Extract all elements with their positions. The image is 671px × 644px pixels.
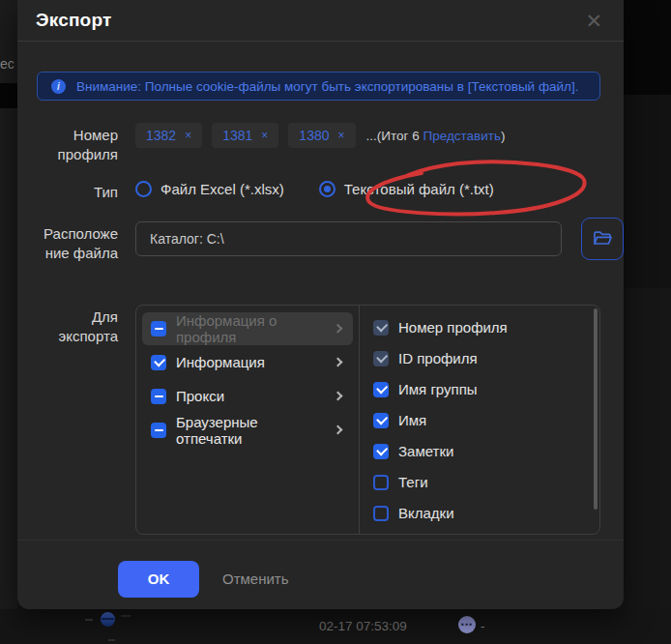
profile-tag-value: 1381 [222,128,252,143]
category-browser-fingerprints[interactable]: Браузерные отпечатки [142,414,353,447]
row-timestamp: 02-17 07:53:09 [319,619,407,633]
profile-tag-value: 1380 [299,128,329,143]
field-notes[interactable]: Заметки [360,436,599,467]
category-label: Информация [176,354,265,370]
export-fields-column: Номер профиля ID профиля Имя группы [359,306,599,534]
category-profile-info[interactable]: Информация о профиля [142,312,353,345]
chevron-right-icon [334,324,343,334]
export-fields-row: Для экспорта Информация о профиля Информ… [37,305,600,535]
dialog-header: Экспорт ✕ [17,0,624,42]
file-type-row: Тип Файл Excel (*.xlsx) Текстовый файл (… [37,180,600,202]
background-partial-text: ec [0,56,15,72]
show-all-link[interactable]: Представить [423,129,501,143]
field-label: Имя группы [398,381,478,397]
field-profile-id[interactable]: ID профиля [360,343,599,374]
summary-suffix: ) [501,129,506,143]
field-label: ID профиля [398,350,478,366]
chevron-right-icon [334,392,343,401]
dialog-footer: OK Отменить [17,540,624,598]
warning-banner: i Внимание: Полные cookie-файлы могут бы… [37,72,600,101]
indeterminate-checkbox-icon[interactable] [151,389,166,404]
unchecked-checkbox-icon[interactable] [373,475,389,490]
checked-checkbox-icon[interactable] [151,355,166,370]
export-fields-label: Для экспорта [37,305,118,347]
category-label: Браузерные отпечатки [176,414,325,447]
browser-globe-icon [101,612,115,627]
background-dash [85,619,93,621]
indeterminate-checkbox-icon[interactable] [151,423,166,438]
checked-checkbox-icon[interactable] [373,413,389,428]
profile-number-row: Номер профиля 1382 × 1381 × 1380 × . [37,123,600,165]
chevron-right-icon [334,425,343,435]
profile-number-label: Номер профиля [37,123,118,165]
field-tags[interactable]: Теги [360,467,599,498]
radio-txt[interactable]: Текстовый файл (*.txt) [319,181,494,197]
tag-remove-icon[interactable]: × [185,129,191,142]
field-name[interactable]: Имя [360,405,599,436]
field-label: Номер профиля [398,319,508,336]
close-icon[interactable]: ✕ [585,11,602,31]
dialog-title: Экспорт [36,10,112,31]
category-proxy[interactable]: Прокси [142,380,353,413]
scrollbar-thumb[interactable] [594,308,598,510]
radio-txt-label: Текстовый файл (*.txt) [344,181,494,197]
field-label: Вкладки [398,505,454,521]
profile-tag: 1381 × [212,123,278,148]
checked-checkbox-icon[interactable] [373,382,389,397]
background-mid-area [624,95,671,288]
field-label: Заметки [398,443,453,459]
background-left-block [0,83,17,108]
warning-text: Внимание: Полные cookie-файлы могут быть… [76,79,578,94]
field-label: Теги [398,474,428,490]
radio-excel[interactable]: Файл Excel (*.xlsx) [135,181,284,197]
checked-disabled-checkbox-icon [373,351,389,366]
radio-excel-label: Файл Excel (*.xlsx) [160,181,284,197]
background-dash [108,639,115,641]
export-dialog: Экспорт ✕ i Внимание: Полные cookie-файл… [17,0,624,609]
indeterminate-checkbox-icon[interactable] [151,321,166,337]
browse-folder-button[interactable] [581,218,624,260]
avatar-dash: - [481,619,484,633]
directory-input[interactable] [135,221,562,256]
ok-button[interactable]: OK [118,561,199,598]
background-dark-area [624,0,671,95]
file-location-label: Расположение файла [37,221,118,264]
tag-remove-icon[interactable]: × [261,129,268,142]
tag-remove-icon[interactable]: × [338,129,345,142]
radio-circle-selected-icon[interactable] [319,181,336,197]
file-type-label: Тип [37,180,118,202]
export-tree-panel: Информация о профиля Информация Прокси [135,305,600,535]
dialog-body: i Внимание: Полные cookie-файлы могут бы… [17,42,624,535]
field-group-name[interactable]: Имя группы [360,374,599,405]
tags-summary: ...(Итог 6 Представить) [366,129,506,143]
category-label: Прокси [176,388,224,404]
category-label: Информация о профиля [176,312,325,345]
info-icon: i [51,79,66,94]
checked-disabled-checkbox-icon [373,320,389,336]
field-bookmarks[interactable]: Вкладки [360,498,599,529]
category-information[interactable]: Информация [142,346,353,379]
profile-tag-value: 1382 [146,128,176,143]
avatar: ••• [458,616,476,633]
background-dash [121,615,131,617]
checked-checkbox-icon[interactable] [373,444,389,459]
open-folder-icon [591,227,614,250]
profile-tag: 1382 × [135,123,202,148]
file-location-row: Расположение файла [37,221,600,279]
cancel-button[interactable]: Отменить [222,571,289,587]
summary-prefix: ...(Итог 6 [366,129,423,143]
field-profile-number[interactable]: Номер профиля [360,312,599,343]
unchecked-checkbox-icon[interactable] [373,506,389,521]
field-label: Имя [398,412,426,428]
export-categories-column: Информация о профиля Информация Прокси [136,306,359,534]
radio-circle-icon[interactable] [135,181,152,197]
profile-tag: 1380 × [288,123,355,148]
chevron-right-icon [334,358,343,367]
